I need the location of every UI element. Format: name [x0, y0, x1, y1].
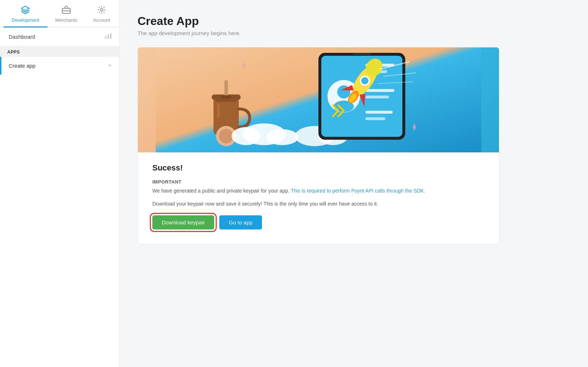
tab-development-label: Development	[12, 17, 39, 23]
dashboard-label: Dashboard	[9, 34, 35, 40]
layers-icon	[21, 5, 30, 16]
tab-account[interactable]: Account	[85, 0, 118, 28]
svg-point-18	[266, 129, 299, 145]
success-title: Sucess!	[152, 163, 485, 173]
info-text-1-plain: We have generated a public and private k…	[152, 188, 291, 194]
page-title: Create App	[138, 14, 570, 28]
card-body: Sucess! IMPORTANT We have generated a pu…	[138, 152, 499, 244]
svg-point-15	[219, 129, 233, 143]
main-content: Create App The app development journey b…	[119, 0, 588, 367]
create-app-label: Create app	[9, 63, 35, 69]
svg-point-3	[100, 9, 103, 11]
go-to-app-button[interactable]: Go to app	[219, 215, 262, 229]
info-text-2: Download your keypair now and save it se…	[152, 200, 485, 208]
info-text-1-highlight: This is required to perform Poynt API ca…	[291, 188, 425, 194]
tab-development[interactable]: Development	[4, 0, 47, 28]
svg-point-17	[232, 127, 261, 145]
bar-chart-icon	[105, 33, 112, 41]
illustration	[138, 47, 499, 152]
sidebar-menu: Dashboard APPS Create app +	[0, 28, 119, 367]
page-subtitle: The app development journey begins here.	[138, 30, 570, 36]
svg-marker-0	[21, 6, 29, 10]
svg-rect-28	[365, 89, 394, 92]
nav-tabs: Development Merchants Account	[0, 0, 119, 28]
svg-rect-30	[365, 111, 393, 114]
svg-rect-31	[365, 117, 385, 120]
svg-rect-29	[365, 96, 389, 98]
svg-rect-5	[107, 34, 109, 39]
create-app-card: Sucess! IMPORTANT We have generated a pu…	[138, 47, 499, 244]
svg-rect-35	[353, 53, 371, 55]
gear-icon	[97, 5, 106, 16]
section-apps: APPS	[0, 46, 119, 57]
svg-rect-6	[110, 33, 111, 39]
briefcase-icon	[62, 5, 71, 16]
info-text-1: We have generated a public and private k…	[152, 187, 485, 195]
tab-merchants[interactable]: Merchants	[47, 0, 85, 28]
svg-rect-4	[105, 36, 106, 39]
download-keypair-button[interactable]: Download keypair	[152, 215, 214, 229]
tab-merchants-label: Merchants	[55, 17, 77, 23]
svg-point-12	[221, 95, 232, 99]
svg-rect-13	[217, 104, 220, 118]
important-label: IMPORTANT	[152, 179, 485, 185]
button-row: Download keypair Go to app	[152, 215, 485, 229]
sidebar-item-create-app[interactable]: Create app +	[0, 57, 119, 75]
plus-icon: +	[108, 62, 112, 69]
tab-account-label: Account	[93, 17, 110, 23]
sidebar: Development Merchants Account	[0, 0, 119, 367]
sidebar-item-dashboard[interactable]: Dashboard	[0, 28, 119, 46]
